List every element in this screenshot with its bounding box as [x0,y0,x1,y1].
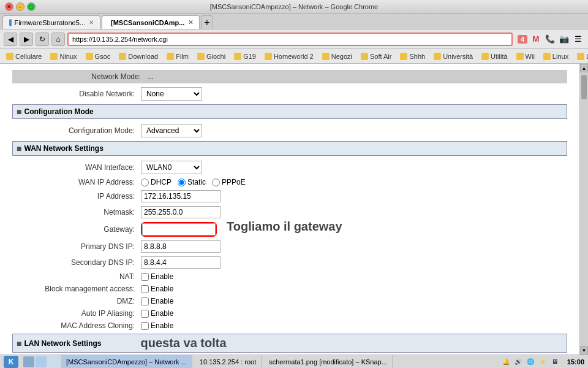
dmz-checkbox[interactable] [141,297,149,305]
menu-icon[interactable]: ☰ [572,33,584,45]
taskbar-item-3[interactable]: schermata1.png [modificato] – KSnap... [264,355,393,368]
quick-launch-icon-2[interactable] [36,356,47,367]
tray-icons: 🔔 🔊 🌐 ⚡ 🖥 [501,357,560,367]
forward-button[interactable]: ▶ [20,33,33,46]
camera-icon[interactable]: 📷 [558,33,570,45]
bookmark-universita[interactable]: Università [430,52,477,61]
new-tab-button[interactable]: + [201,15,213,29]
secondary-dns-input[interactable] [141,256,221,269]
ip-address-value [141,190,221,202]
disable-network-select[interactable]: None [141,87,202,101]
wan-ip-pppoe-option[interactable]: PPPoE [212,178,246,186]
tray-icon-1[interactable]: 🔔 [501,357,511,367]
wan-ip-static-option[interactable]: Static [178,178,206,186]
nat-enable-option[interactable]: Enable [141,272,173,281]
scroll-thumb[interactable] [581,75,587,99]
questa-annotation: questa va tolta [140,336,226,350]
address-bar: ◀ ▶ ↻ ⌂ 4 M 📞 📷 ☰ [0,29,588,49]
bookmark-linux[interactable]: Linux [540,52,572,61]
bookmark-ninux[interactable]: Ninux [47,52,80,61]
scroll-up-button[interactable]: ▲ [580,64,588,72]
tab-close-1[interactable]: ✕ [89,19,94,26]
primary-dns-input[interactable] [141,240,221,253]
taskbar-item-2[interactable]: 10.135.2.254 : root [195,355,262,368]
primary-dns-label: Primary DNS IP: [18,242,141,251]
mac-clone-checkbox[interactable] [141,322,149,330]
netmask-row: Netmask: [12,206,567,218]
phone-icon[interactable]: 📞 [544,33,556,45]
bookmark-lavoro[interactable]: Lavoro [573,52,588,61]
refresh-button[interactable]: ↻ [36,33,49,46]
bookmark-giochi[interactable]: Giochi [194,52,229,61]
bookmark-g19[interactable]: G19 [230,52,260,61]
lan-collapse-icon[interactable]: ■ [17,339,21,348]
bookmark-download[interactable]: Download [115,52,162,61]
bookmark-homeworld2[interactable]: Homeworld 2 [261,52,317,61]
auto-ip-value: Enable [141,309,173,318]
netmask-value [141,206,221,218]
auto-ip-checkbox[interactable] [141,310,149,318]
address-input[interactable] [67,33,513,46]
close-button[interactable]: ✕ [5,2,13,11]
bookmark-softair[interactable]: Soft Air [357,52,395,61]
gateway-row: Gateway: Togliamo il gateway [12,222,567,237]
wan-interface-select[interactable]: WLAN0 [141,161,202,174]
taskbar-item-1[interactable]: [MSCSansoniCDAmpezzo] – Network ... [61,355,192,368]
nat-value: Enable [141,272,173,281]
primary-dns-row: Primary DNS IP: [12,240,567,253]
tray-icon-5[interactable]: 🖥 [550,357,560,367]
tab-icon-1 [9,19,12,26]
tab-close-2[interactable]: ✕ [188,19,193,26]
quick-launch-icon-1[interactable] [23,356,34,367]
minimize-button[interactable]: – [16,2,24,11]
tray-icon-4[interactable]: ⚡ [538,357,548,367]
folder-icon [481,53,489,60]
auto-ip-enable-option[interactable]: Enable [141,309,173,318]
nat-checkbox[interactable] [141,273,149,281]
block-mgmt-enable-option[interactable]: Enable [141,285,173,293]
ip-address-input[interactable] [141,190,221,202]
mac-clone-value: Enable [141,321,173,330]
tab-1[interactable]: FirmwareSburratone5... ✕ [2,15,100,29]
folder-icon [6,53,13,60]
netmask-input[interactable] [141,206,221,218]
scroll-down-button[interactable]: ▼ [580,346,588,355]
bookmark-shhh[interactable]: Shhh [396,52,429,61]
window-controls: ✕ – □ [5,2,36,11]
wan-collapse-icon[interactable]: ■ [17,144,21,153]
maximize-button[interactable]: □ [27,2,36,11]
home-button[interactable]: ⌂ [51,33,65,46]
quick-launch-icon-3[interactable] [48,356,59,367]
block-mgmt-label: Block management access: [18,285,141,293]
bookmark-gsoc[interactable]: Gsoc [82,52,115,61]
gmail-icon[interactable]: M [530,33,542,45]
lan-section-title: LAN Network Settings [24,339,101,348]
wan-ip-dhcp-option[interactable]: DHCP [141,178,172,186]
mac-clone-enable-option[interactable]: Enable [141,321,173,330]
nat-label: NAT: [18,272,141,281]
wan-ip-pppoe-radio[interactable] [212,178,220,186]
tray-icon-3[interactable]: 🌐 [526,357,535,367]
block-mgmt-checkbox[interactable] [141,285,149,293]
nat-row: NAT: Enable [12,272,567,281]
wan-ip-dhcp-radio[interactable] [141,178,149,186]
bookmark-cellulare[interactable]: Cellulare [2,52,45,61]
bookmark-wii[interactable]: Wii [513,52,538,61]
dmz-row: DMZ: Enable [12,297,567,305]
gateway-input[interactable] [142,223,216,236]
scrollbar[interactable]: ▲ ▼ [579,64,588,355]
tab-2[interactable]: [MSCSansoniCDAmp... ✕ [102,15,200,29]
back-button[interactable]: ◀ [4,33,17,46]
browser-frame: ✕ – □ [MSCSansoniCDAmpezzo] – Network – … [0,0,588,368]
folder-icon [167,53,174,60]
config-collapse-icon[interactable]: ■ [17,107,21,117]
tray-icon-2[interactable]: 🔊 [513,357,523,367]
dmz-enable-option[interactable]: Enable [141,297,173,305]
bookmark-utilita[interactable]: Utilità [478,52,511,61]
content-area: Network Mode: ... Disable Network: None … [0,64,588,355]
start-button[interactable]: K [4,356,18,368]
wan-ip-static-radio[interactable] [178,178,186,186]
bookmark-film[interactable]: Film [163,52,192,61]
config-mode-select[interactable]: Advanced [141,124,202,137]
bookmark-negozi[interactable]: Negozi [318,52,356,61]
